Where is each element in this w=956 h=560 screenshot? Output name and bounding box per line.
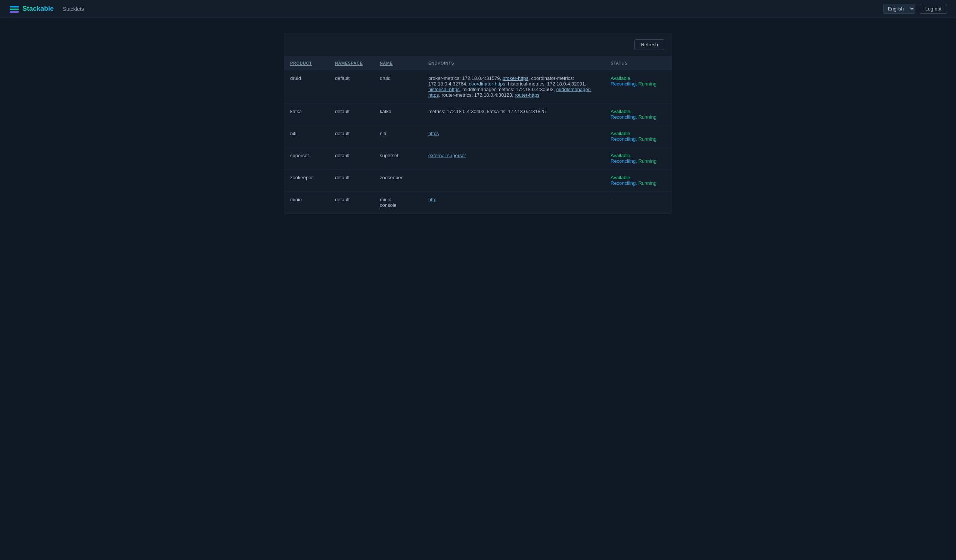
status-reconciling: Reconciling, <box>610 114 637 120</box>
endpoint-link[interactable]: http <box>428 197 437 202</box>
status-reconciling: Reconciling, <box>610 81 637 86</box>
status-running: Running <box>638 81 656 86</box>
cell-status: Available, Reconciling, Running <box>605 104 672 125</box>
endpoint-link[interactable]: broker-https <box>503 75 528 81</box>
cell-namespace: default <box>329 125 374 147</box>
cell-endpoints <box>422 169 605 191</box>
cell-status: Available, Reconciling, Running <box>605 147 672 169</box>
cell-namespace: default <box>329 191 374 213</box>
col-header-product[interactable]: PRODUCT <box>284 56 329 70</box>
stacklets-nav-link[interactable]: Stacklets <box>63 6 84 12</box>
cell-product: minio <box>284 191 329 213</box>
cell-endpoints: broker-metrics: 172.18.0.4:31579, broker… <box>422 70 605 104</box>
cell-status: Available, Reconciling, Running <box>605 70 672 104</box>
logout-button[interactable]: Log out <box>920 4 947 14</box>
cell-namespace: default <box>329 169 374 191</box>
stacklets-table: PRODUCT NAMESPACE NAME ENDPOINTS STATUS … <box>284 56 672 213</box>
language-select[interactable]: English Deutsch <box>883 4 915 14</box>
endpoint-link[interactable]: historical-https <box>428 86 460 92</box>
status-available: Available, <box>610 153 632 158</box>
status-dash: - <box>610 197 612 202</box>
status-reconciling: Reconciling, <box>610 136 637 142</box>
table-row: druid default druid broker-metrics: 172.… <box>284 70 672 104</box>
svg-rect-1 <box>10 9 19 10</box>
cell-endpoints: external-superset <box>422 147 605 169</box>
cell-namespace: default <box>329 70 374 104</box>
endpoint-link[interactable]: https <box>428 131 439 136</box>
endpoint-link[interactable]: external-superset <box>428 153 466 158</box>
navbar-left: Stackable Stacklets <box>9 4 84 14</box>
cell-namespace: default <box>329 147 374 169</box>
brand-icon <box>9 4 19 14</box>
status-running: Running <box>638 180 656 186</box>
cell-product: superset <box>284 147 329 169</box>
cell-product: kafka <box>284 104 329 125</box>
cell-name: nifi <box>374 125 422 147</box>
col-header-name[interactable]: NAME <box>374 56 422 70</box>
table-row: zookeeper default zookeeper Available, R… <box>284 169 672 191</box>
svg-rect-2 <box>10 11 19 13</box>
col-header-endpoints: ENDPOINTS <box>422 56 605 70</box>
status-reconciling: Reconciling, <box>610 158 637 164</box>
table-row: minio default minio-console http - <box>284 191 672 213</box>
status-available: Available, <box>610 131 632 136</box>
table-header: PRODUCT NAMESPACE NAME ENDPOINTS STATUS <box>284 56 672 70</box>
navbar: Stackable Stacklets English Deutsch Log … <box>0 0 956 18</box>
cell-product: nifi <box>284 125 329 147</box>
cell-status: - <box>605 191 672 213</box>
cell-namespace: default <box>329 104 374 125</box>
col-header-status: STATUS <box>605 56 672 70</box>
status-running: Running <box>638 158 656 164</box>
cell-product: druid <box>284 70 329 104</box>
brand-name: Stackable <box>22 5 54 13</box>
navbar-right: English Deutsch Log out <box>883 4 947 14</box>
cell-name: minio-console <box>374 191 422 213</box>
cell-product: zookeeper <box>284 169 329 191</box>
status-available: Available, <box>610 109 632 114</box>
table-row: superset default superset external-super… <box>284 147 672 169</box>
status-available: Available, <box>610 175 632 180</box>
svg-rect-0 <box>10 6 19 8</box>
brand: Stackable <box>9 4 54 14</box>
cell-status: Available, Reconciling, Running <box>605 169 672 191</box>
refresh-button[interactable]: Refresh <box>634 39 664 50</box>
col-header-namespace[interactable]: NAMESPACE <box>329 56 374 70</box>
status-reconciling: Reconciling, <box>610 180 637 186</box>
card-toolbar: Refresh <box>284 33 672 56</box>
endpoint-link[interactable]: router-https <box>514 92 539 98</box>
status-available: Available, <box>610 75 632 81</box>
cell-name: zookeeper <box>374 169 422 191</box>
status-running: Running <box>638 136 656 142</box>
table-body: druid default druid broker-metrics: 172.… <box>284 70 672 213</box>
cell-status: Available, Reconciling, Running <box>605 125 672 147</box>
endpoint-link[interactable]: coordinator-https <box>469 81 505 86</box>
cell-endpoints: https <box>422 125 605 147</box>
status-running: Running <box>638 114 656 120</box>
cell-name: druid <box>374 70 422 104</box>
table-row: nifi default nifi https Available, Recon… <box>284 125 672 147</box>
cell-endpoints: http <box>422 191 605 213</box>
stacklets-card: Refresh PRODUCT NAMESPACE NAME ENDPOINTS… <box>284 33 672 213</box>
table-row: kafka default kafka metrics: 172.18.0.4:… <box>284 104 672 125</box>
cell-name: superset <box>374 147 422 169</box>
cell-name: kafka <box>374 104 422 125</box>
main-content: Refresh PRODUCT NAMESPACE NAME ENDPOINTS… <box>276 18 680 229</box>
cell-endpoints: metrics: 172.18.0.4:30403, kafka-tls: 17… <box>422 104 605 125</box>
